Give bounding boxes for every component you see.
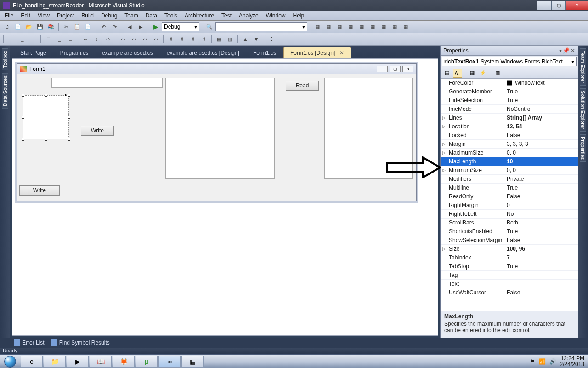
center-v-icon[interactable]: ▥ bbox=[225, 34, 235, 44]
vspace-icon[interactable]: ⇕ bbox=[199, 34, 209, 44]
minimize-button[interactable]: — bbox=[537, 1, 551, 10]
taskbar-wmp-icon[interactable]: ▶ bbox=[67, 356, 89, 368]
find-combo[interactable]: ▾ bbox=[215, 22, 307, 31]
alphabetical-icon[interactable]: A↓ bbox=[453, 69, 462, 78]
rail-team-explorer[interactable]: Team Explorer bbox=[580, 48, 586, 86]
form-close-icon[interactable]: ✕ bbox=[402, 66, 413, 72]
rail-toolbox[interactable]: Toolbox bbox=[2, 48, 8, 70]
tb-icon[interactable]: ▦ bbox=[379, 22, 389, 32]
rail-data-sources[interactable]: Data Sources bbox=[2, 73, 8, 109]
size-w-icon[interactable]: ↔ bbox=[80, 34, 90, 44]
align-bot-icon[interactable]: ⎽ bbox=[65, 34, 75, 44]
prop-row-generatemember[interactable]: GenerateMemberTrue bbox=[441, 87, 578, 96]
object-selector[interactable]: richTextBox1 System.Windows.Forms.RichTe… bbox=[442, 57, 577, 66]
dropdown-icon[interactable]: ▾ bbox=[559, 47, 562, 54]
menu-file[interactable]: File bbox=[1, 12, 17, 20]
undo-icon[interactable]: ↶ bbox=[98, 22, 108, 32]
nav-fwd-icon[interactable]: ▶ bbox=[136, 22, 146, 32]
rail-solution-explorer[interactable]: Solution Explorer bbox=[580, 88, 586, 132]
doc-tab[interactable]: example are used.cs bbox=[96, 47, 159, 58]
vspace-icon[interactable]: ⇕ bbox=[177, 34, 187, 44]
tray-network-icon[interactable]: 📶 bbox=[539, 358, 546, 365]
center-h-icon[interactable]: ▤ bbox=[214, 34, 224, 44]
tb-icon[interactable]: ▦ bbox=[368, 22, 378, 32]
tb-icon[interactable]: ▦ bbox=[356, 22, 367, 32]
prop-row-righttoleft[interactable]: RightToLeftNo bbox=[441, 210, 578, 218]
prop-row-location[interactable]: ▷Location12, 54 bbox=[441, 122, 578, 131]
form-window[interactable]: Form1 — ▢ ✕ bbox=[17, 63, 417, 201]
prop-row-usewaitcursor[interactable]: UseWaitCursorFalse bbox=[441, 288, 578, 297]
bring-front-icon[interactable]: ▲ bbox=[240, 34, 250, 44]
tray-flag-icon[interactable]: ⚑ bbox=[530, 358, 535, 365]
clock[interactable]: 12:24 PM 2/24/2013 bbox=[560, 356, 584, 368]
prop-row-readonly[interactable]: ReadOnlyFalse bbox=[441, 192, 578, 201]
taskbar-firefox-icon[interactable]: 🦊 bbox=[113, 356, 135, 368]
open-icon[interactable]: 📂 bbox=[24, 22, 34, 32]
prop-row-shortcutsenabled[interactable]: ShortcutsEnabledTrue bbox=[441, 227, 578, 236]
redo-icon[interactable]: ↷ bbox=[109, 22, 119, 32]
prop-row-tabindex[interactable]: TabIndex7 bbox=[441, 253, 578, 262]
write2-button[interactable]: Write bbox=[19, 185, 60, 196]
tb-icon[interactable]: ▦ bbox=[345, 22, 356, 32]
prop-row-lines[interactable]: ▷LinesString[] Array bbox=[441, 114, 578, 122]
tb-icon[interactable]: ▦ bbox=[312, 22, 322, 32]
send-back-icon[interactable]: ▼ bbox=[251, 34, 261, 44]
menu-analyze[interactable]: Analyze bbox=[235, 12, 262, 20]
designer-surface[interactable]: Form1 — ▢ ✕ bbox=[12, 58, 438, 336]
hspace-icon[interactable]: ⇔ bbox=[129, 34, 139, 44]
taskbar-app-icon[interactable]: 📖 bbox=[90, 356, 112, 368]
prop-row-tag[interactable]: Tag bbox=[441, 271, 578, 280]
menu-debug[interactable]: Debug bbox=[97, 12, 121, 20]
form-max-icon[interactable]: ▢ bbox=[390, 66, 401, 72]
taskbar-vs-icon[interactable]: ∞ bbox=[158, 356, 181, 368]
copy-icon[interactable]: 📋 bbox=[72, 22, 82, 32]
align-mid-icon[interactable]: ⎯ bbox=[54, 34, 64, 44]
hspace-icon[interactable]: ⇔ bbox=[140, 34, 150, 44]
property-pages-icon[interactable]: ▥ bbox=[493, 69, 502, 78]
prop-row-tabstop[interactable]: TabStopTrue bbox=[441, 262, 578, 271]
prop-row-showselectionmargin[interactable]: ShowSelectionMarginFalse bbox=[441, 236, 578, 245]
prop-row-multiline[interactable]: MultilineTrue bbox=[441, 184, 578, 192]
categorized-icon[interactable]: ▤ bbox=[442, 69, 452, 78]
cut-icon[interactable]: ✂ bbox=[61, 22, 71, 32]
menu-data[interactable]: Data bbox=[142, 12, 161, 20]
events-icon[interactable]: ⚡ bbox=[478, 69, 487, 78]
prop-row-forecolor[interactable]: ForeColorWindowText bbox=[441, 79, 578, 87]
read-button[interactable]: Read bbox=[286, 80, 319, 91]
prop-row-imemode[interactable]: ImeModeNoControl bbox=[441, 105, 578, 114]
prop-row-modifiers[interactable]: ModifiersPrivate bbox=[441, 175, 578, 184]
tb-icon[interactable]: ▦ bbox=[401, 22, 411, 32]
hspace-icon[interactable]: ⇔ bbox=[151, 34, 161, 44]
bottom-tab-find-symbol-results[interactable]: Find Symbol Results bbox=[51, 339, 110, 346]
find-icon[interactable]: 🔍 bbox=[204, 22, 215, 32]
tray-volume-icon[interactable]: 🔊 bbox=[549, 358, 556, 365]
doc-tab[interactable]: Program.cs bbox=[54, 47, 95, 58]
align-top-icon[interactable]: ⎺ bbox=[43, 34, 53, 44]
prop-row-text[interactable]: Text bbox=[441, 280, 578, 288]
doc-tab[interactable]: Start Page bbox=[14, 47, 53, 58]
config-combo[interactable]: Debug▾ bbox=[162, 22, 199, 31]
taskbar-utorrent-icon[interactable]: µ bbox=[136, 356, 158, 368]
prop-row-hideselection[interactable]: HideSelectionTrue bbox=[441, 96, 578, 105]
bottom-tab-error-list[interactable]: Error List bbox=[14, 339, 45, 346]
pin-icon[interactable]: 📌 bbox=[563, 47, 570, 54]
add-item-icon[interactable]: 📄 bbox=[13, 22, 23, 32]
prop-row-margin[interactable]: ▷Margin3, 3, 3, 3 bbox=[441, 140, 578, 149]
maximize-button[interactable]: ▢ bbox=[551, 1, 566, 10]
tb-icon[interactable]: ▦ bbox=[390, 22, 400, 32]
prop-row-scrollbars[interactable]: ScrollBarsBoth bbox=[441, 218, 578, 227]
nav-back-icon[interactable]: ◀ bbox=[124, 22, 135, 32]
vspace-icon[interactable]: ⇕ bbox=[166, 34, 176, 44]
taskbar-ie-icon[interactable]: e bbox=[21, 356, 43, 368]
doc-tab[interactable]: example are used.cs [Design] bbox=[160, 47, 246, 58]
richtextbox-selected[interactable]: ▸ bbox=[23, 95, 69, 139]
menu-team[interactable]: Team bbox=[121, 12, 141, 20]
prop-row-locked[interactable]: LockedFalse bbox=[441, 131, 578, 140]
menu-view[interactable]: View bbox=[34, 12, 53, 20]
align-left-icon[interactable]: ⎸ bbox=[6, 34, 16, 44]
hspace-icon[interactable]: ⇔ bbox=[118, 34, 128, 44]
taskbar-explorer-icon[interactable]: 📁 bbox=[44, 356, 66, 368]
textbox-1[interactable] bbox=[51, 78, 163, 88]
form-min-icon[interactable]: — bbox=[377, 66, 388, 72]
paste-icon[interactable]: 📄 bbox=[83, 22, 93, 32]
